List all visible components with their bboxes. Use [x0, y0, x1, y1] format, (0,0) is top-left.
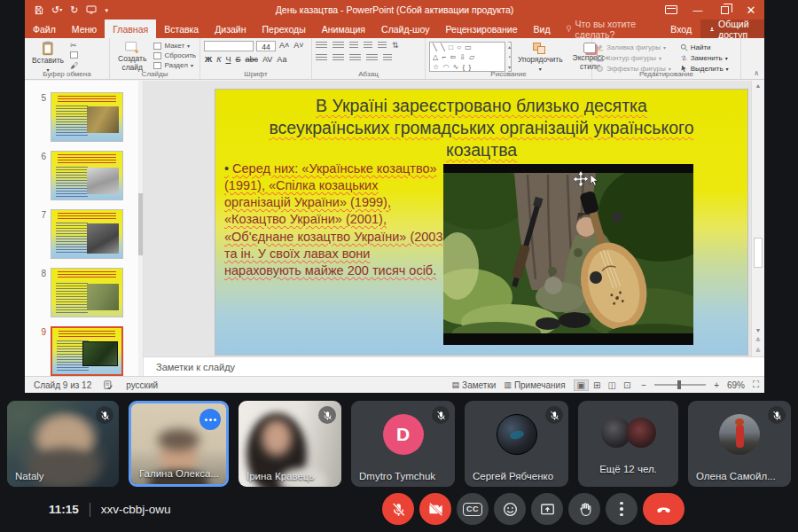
slide-body-text[interactable]: •Серед них: «Українське козацтво» (1991)… — [224, 160, 448, 279]
previous-slide-icon[interactable]: ≛ — [752, 337, 764, 344]
participant-tile-dmytro[interactable]: D Dmytro Tymchuk — [351, 401, 455, 487]
undo-icon[interactable]: ↺▾ — [51, 5, 62, 15]
slide-photo-bandura-soldier[interactable] — [443, 164, 693, 345]
thumbnail-slide-6[interactable]: 6 — [25, 151, 143, 200]
tab-animations[interactable]: Анимация — [314, 20, 373, 38]
mic-toggle-button[interactable] — [382, 493, 414, 525]
shapes-gallery-scroll[interactable]: ▴▪▾ — [508, 42, 512, 72]
slide-sorter-view-icon[interactable]: ⊞ — [591, 380, 603, 390]
strikethrough-button[interactable]: S — [234, 55, 241, 64]
notes-toggle[interactable]: ▤Заметки — [452, 380, 497, 390]
zoom-level[interactable]: 69% — [727, 380, 745, 390]
scroll-up-icon[interactable]: ▲ — [752, 82, 764, 89]
scrollbar-thumb[interactable] — [754, 238, 763, 268]
align-center-icon[interactable] — [332, 54, 344, 62]
text-shadow-button[interactable]: abc — [244, 55, 259, 64]
format-painter-icon[interactable]: 🖌︎ — [70, 62, 78, 70]
text-direction-icon[interactable]: ⇅ — [392, 42, 399, 50]
tab-design[interactable]: Дизайн — [207, 20, 254, 38]
tab-menu[interactable]: Меню — [64, 20, 105, 38]
tell-me-box[interactable]: Что вы хотите сделать? — [559, 20, 662, 38]
shape-outline-button[interactable]: Контур фигуры▾ — [596, 54, 671, 62]
slide-title[interactable]: В Україні зареєстровано близько десятка … — [258, 95, 706, 161]
underline-button[interactable]: Ч — [224, 55, 231, 64]
paste-button[interactable]: Вставить ▾ — [28, 40, 67, 74]
thumbnail-slide-5[interactable]: 5 — [25, 92, 143, 142]
next-slide-icon[interactable]: ≚ — [752, 348, 764, 355]
customize-qat-icon[interactable]: ▾ — [105, 7, 108, 13]
font-size-input[interactable]: 44 — [256, 41, 276, 51]
tab-slideshow[interactable]: Слайд-шоу — [373, 20, 437, 38]
justify-icon[interactable] — [366, 54, 378, 62]
tab-view[interactable]: Вид — [526, 20, 559, 38]
decrease-indent-icon[interactable] — [349, 42, 358, 50]
tile-more-options-button[interactable] — [200, 409, 221, 430]
numbering-icon[interactable] — [332, 42, 344, 50]
restore-icon[interactable] — [711, 0, 738, 20]
zoom-slider-thumb[interactable] — [677, 380, 681, 389]
slide-canvas[interactable]: В Україні зареєстровано близько десятка … — [215, 89, 748, 356]
redo-icon[interactable]: ↻ — [70, 5, 78, 15]
grow-font-icon[interactable]: A˄ — [278, 41, 290, 50]
new-slide-button[interactable]: Создать слайд — [113, 40, 151, 74]
align-right-icon[interactable] — [349, 54, 361, 62]
tab-home[interactable]: Главная — [105, 20, 156, 38]
arrange-button[interactable]: Упорядочить ▾ — [514, 42, 567, 73]
change-case-button[interactable]: Аа — [276, 55, 287, 64]
camera-toggle-button[interactable] — [419, 493, 451, 525]
tab-transitions[interactable]: Переходы — [254, 20, 314, 38]
save-icon[interactable] — [34, 5, 43, 15]
thumbnail-slide-7[interactable]: 7 — [25, 209, 143, 259]
italic-button[interactable]: К — [215, 55, 222, 64]
slide-editing-area[interactable]: В Україні зареєстровано близько десятка … — [144, 81, 764, 356]
sign-in-button[interactable]: Вход — [661, 20, 700, 38]
fit-slide-icon[interactable]: ⛶ — [753, 379, 759, 390]
increase-indent-icon[interactable] — [364, 42, 372, 50]
cut-icon[interactable]: ✂ — [70, 42, 78, 50]
slide-vertical-scrollbar[interactable]: ▲ ▼ ≛ ≚ — [751, 81, 764, 356]
zoom-out-icon[interactable]: − — [641, 380, 646, 390]
thumbnail-scrollbar[interactable] — [138, 81, 143, 376]
find-button[interactable]: Найти — [680, 43, 729, 51]
more-options-button[interactable] — [606, 493, 638, 525]
raise-hand-button[interactable] — [568, 493, 600, 525]
participant-tile-sergey[interactable]: Сергей Рябченко — [465, 401, 568, 487]
spellcheck-icon[interactable] — [104, 380, 113, 390]
comments-toggle[interactable]: ▥Примечания — [504, 380, 565, 390]
tab-review[interactable]: Рецензирование — [438, 20, 526, 38]
thumbnail-slide-8[interactable]: 8 — [25, 268, 143, 317]
participant-tile-irina[interactable]: Ірина Кравець — [239, 401, 341, 487]
scroll-down-icon[interactable]: ▼ — [752, 327, 764, 333]
language-indicator[interactable]: русский — [126, 380, 158, 390]
font-name-input[interactable] — [204, 41, 254, 51]
captions-button[interactable]: CC — [457, 493, 489, 525]
shapes-gallery[interactable]: ╲ ╲ □ ○ ▭ △ ⌐ ⇦ ⇩ ▱ ☆ ◠ ∿ { } — [429, 42, 505, 72]
present-screen-button[interactable] — [531, 493, 563, 525]
tab-file[interactable]: Файл — [25, 20, 64, 38]
reset-button[interactable]: Сбросить — [153, 51, 196, 59]
normal-view-icon[interactable]: ▣ — [574, 379, 589, 391]
start-slideshow-icon[interactable] — [86, 5, 97, 14]
replace-button[interactable]: Заменить▾ — [680, 54, 729, 62]
columns-icon[interactable] — [383, 54, 392, 62]
notes-pane[interactable]: Заметки к слайду — [144, 356, 764, 376]
shape-fill-button[interactable]: Заливка фигуры▾ — [596, 43, 671, 51]
participant-tile-nataly[interactable]: Nataly — [7, 401, 119, 487]
end-call-button[interactable] — [643, 493, 685, 525]
participant-tile-overflow[interactable]: Ещё 12 чел. — [578, 401, 678, 487]
bullets-icon[interactable] — [316, 42, 327, 50]
minimize-icon[interactable]: — — [685, 0, 711, 20]
tab-insert[interactable]: Вставка — [156, 20, 207, 38]
participant-tile-olena[interactable]: Олена Самойл... — [688, 401, 791, 487]
layout-button[interactable]: Макет▾ — [153, 42, 196, 50]
align-left-icon[interactable] — [316, 54, 327, 62]
ribbon-display-options-icon[interactable] — [658, 0, 685, 20]
shrink-font-icon[interactable]: A˅ — [293, 41, 304, 50]
participant-tile-galina-active[interactable]: Галина Олекса... — [129, 401, 229, 487]
copy-icon[interactable] — [70, 51, 78, 60]
close-icon[interactable]: ✕ — [738, 0, 764, 20]
char-spacing-button[interactable]: AV — [262, 55, 273, 64]
bold-button[interactable]: Ж — [204, 55, 213, 64]
share-button[interactable]: Общий доступ — [700, 20, 764, 38]
collapse-ribbon-icon[interactable]: ∧ — [754, 69, 759, 77]
